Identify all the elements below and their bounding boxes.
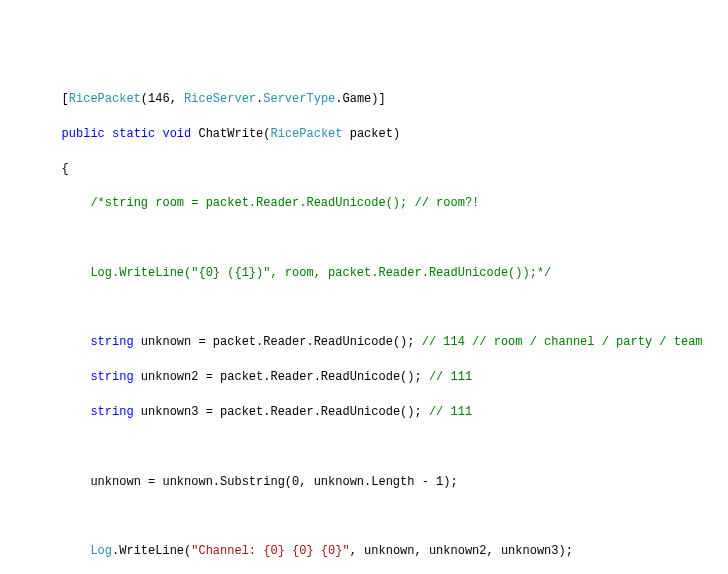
code-line: unknown = unknown.Substring(0, unknown.L… (0, 474, 728, 491)
code-line: { (0, 161, 728, 178)
code-line: /*string room = packet.Reader.ReadUnicod… (0, 195, 728, 212)
code-line: string unknown = packet.Reader.ReadUnico… (0, 334, 728, 351)
code-line (0, 508, 728, 525)
code-line: [RicePacket(146, RiceServer.ServerType.G… (0, 91, 728, 108)
code-editor[interactable]: [RicePacket(146, RiceServer.ServerType.G… (0, 74, 728, 574)
code-line (0, 439, 728, 456)
code-line: string unknown3 = packet.Reader.ReadUnic… (0, 404, 728, 421)
code-line (0, 230, 728, 247)
code-line (0, 300, 728, 317)
code-line: Log.WriteLine("Channel: {0} {0} {0}", un… (0, 543, 728, 560)
code-line: public static void ChatWrite(RicePacket … (0, 126, 728, 143)
code-line: string unknown2 = packet.Reader.ReadUnic… (0, 369, 728, 386)
code-line: Log.WriteLine("{0} ({1})", room, packet.… (0, 265, 728, 282)
